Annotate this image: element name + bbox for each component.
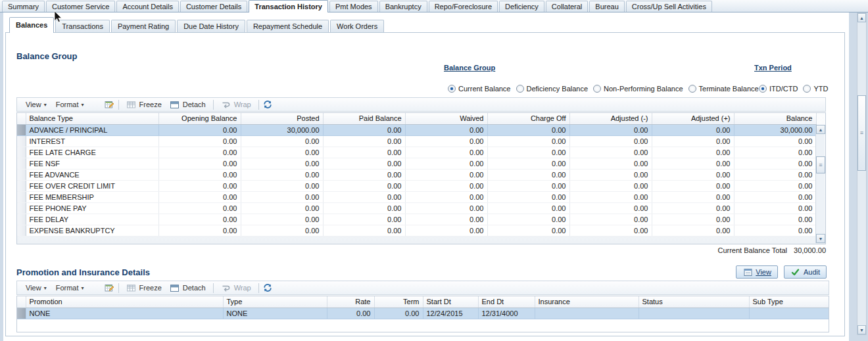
column-header-balance[interactable]: Balance [734, 113, 816, 124]
view-icon [742, 267, 753, 277]
balances-table-region: Balance TypeOpening BalancePostedPaid Ba… [16, 112, 826, 244]
view-button[interactable]: View [736, 265, 778, 279]
balance-group-radio-current-balance[interactable]: Current Balance [448, 85, 511, 93]
balance-group-radio-terminate-balance[interactable]: Terminate Balance [688, 85, 759, 93]
column-header-balance-type[interactable]: Balance Type [26, 113, 158, 124]
column-header-opening-balance[interactable]: Opening Balance [158, 113, 241, 124]
tab-summary[interactable]: Summary [2, 1, 45, 12]
row-selector[interactable] [17, 214, 26, 225]
subtab-work-orders[interactable]: Work Orders [330, 20, 384, 32]
tab-pmt-modes[interactable]: Pmt Modes [329, 1, 378, 12]
detach-button[interactable]: Detach [166, 281, 210, 294]
cell-opening-balance: 0.00 [158, 147, 241, 158]
row-selector[interactable] [17, 225, 26, 236]
scroll-down-icon[interactable]: ▼ [816, 234, 825, 243]
freeze-label: Freeze [139, 284, 162, 292]
subtab-payment-rating[interactable]: Payment Rating [111, 20, 176, 32]
tab-bankruptcy[interactable]: Bankruptcy [379, 1, 427, 12]
table-row[interactable]: FEE DELAY0.000.000.000.000.000.000.000.0… [17, 214, 816, 225]
subtab-balances[interactable]: Balances [9, 17, 54, 33]
table-row[interactable]: FEE LATE CHARGE0.000.000.000.000.000.000… [17, 147, 816, 158]
detach-button[interactable]: Detach [166, 98, 210, 111]
tab-transaction-history[interactable]: Transaction History [249, 0, 328, 12]
row-selector[interactable] [17, 147, 26, 158]
row-selector[interactable] [17, 202, 26, 214]
cell-posted: 0.00 [241, 180, 323, 191]
cell-waived: 0.00 [405, 169, 487, 180]
table-row[interactable]: FEE PHONE PAY0.000.000.000.000.000.000.0… [17, 202, 816, 214]
promotion-table: PromotionTypeRateTermStart DtEnd DtInsur… [17, 296, 829, 319]
cell-paid-balance: 0.00 [323, 202, 405, 214]
table-row[interactable]: FEE OVER CREDIT LIMIT0.000.000.000.000.0… [17, 180, 816, 191]
table-row[interactable]: NONENONE0.000.0012/24/201512/31/4000 [17, 307, 829, 319]
subtab-repayment-schedule[interactable]: Repayment Schedule [247, 20, 329, 32]
tab-deficiency[interactable]: Deficiency [499, 1, 544, 12]
detach-icon [170, 99, 180, 110]
table-row[interactable]: FEE ADVANCE0.000.000.000.000.000.000.000… [17, 169, 816, 180]
subtab-due-date-history[interactable]: Due Date History [177, 20, 245, 32]
tab-collateral[interactable]: Collateral [546, 1, 588, 12]
column-header-waived[interactable]: Waived [405, 113, 487, 124]
tab-repo-foreclosure[interactable]: Repo/Foreclosure [429, 1, 498, 12]
row-selector[interactable] [17, 169, 26, 180]
format-menu[interactable]: Format▾ [51, 99, 89, 110]
page-scrollbar[interactable]: ▲ ≡ ▼ [857, 12, 867, 335]
column-header-promotion[interactable]: Promotion [26, 296, 223, 307]
tab-cross-up-sell-activities[interactable]: Cross/Up Sell Activities [626, 1, 712, 12]
column-header-status[interactable]: Status [639, 296, 749, 307]
subtab-transactions[interactable]: Transactions [55, 20, 110, 32]
column-header-sub-type[interactable]: Sub Type [749, 296, 829, 307]
export-icon[interactable] [105, 99, 115, 110]
refresh-icon[interactable] [262, 283, 273, 293]
row-selector[interactable] [17, 191, 26, 202]
column-header-paid-balance[interactable]: Paid Balance [323, 113, 405, 124]
column-header-rate[interactable]: Rate [327, 296, 374, 307]
txn-period-radio-ytd[interactable]: YTD [803, 85, 828, 93]
column-header-end-dt[interactable]: End Dt [478, 296, 535, 307]
scrollbar-thumb[interactable]: ≡ [857, 95, 866, 171]
row-selector[interactable] [17, 307, 26, 319]
scroll-up-icon[interactable]: ▲ [816, 125, 825, 134]
balances-panel: Balance Group Balance Group Txn Period C… [5, 32, 845, 336]
scroll-down-icon[interactable]: ▼ [857, 325, 866, 334]
column-header-charge-off[interactable]: Charge Off [487, 113, 569, 124]
export-icon[interactable] [105, 283, 115, 293]
row-selector[interactable] [17, 124, 26, 135]
chevron-down-icon: ▾ [44, 102, 47, 108]
column-header-insurance[interactable]: Insurance [535, 296, 639, 307]
tab-bureau[interactable]: Bureau [589, 1, 624, 12]
column-header-adjusted[interactable]: Adjusted (+) [652, 113, 734, 124]
column-header-adjusted[interactable]: Adjusted (-) [569, 113, 652, 124]
table-row[interactable]: FEE MEMBERSHIP0.000.000.000.000.000.000.… [17, 191, 816, 202]
freeze-button[interactable]: Freeze [122, 98, 166, 111]
row-selector-header [17, 113, 26, 124]
column-header-term[interactable]: Term [374, 296, 423, 307]
column-header-posted[interactable]: Posted [241, 113, 323, 124]
freeze-button[interactable]: Freeze [122, 281, 166, 294]
scrollbar-thumb[interactable]: ≡ [816, 156, 825, 173]
row-selector[interactable] [17, 135, 26, 147]
column-header-start-dt[interactable]: Start Dt [423, 296, 478, 307]
tab-account-details[interactable]: Account Details [116, 1, 178, 12]
balance-group-radio-deficiency-balance[interactable]: Deficiency Balance [516, 85, 589, 93]
balance-group-radio-non-performing-balance[interactable]: Non-Performing Balance [593, 85, 683, 93]
cell-balance-type: FEE DELAY [26, 214, 158, 225]
row-selector[interactable] [17, 158, 26, 169]
row-selector[interactable] [17, 180, 26, 191]
table-row[interactable]: FEE NSF0.000.000.000.000.000.000.000.00 [17, 158, 816, 169]
column-header-type[interactable]: Type [223, 296, 327, 307]
format-menu[interactable]: Format▾ [51, 283, 89, 293]
table-row[interactable]: ADVANCE / PRINCIPAL0.0030,000.000.000.00… [17, 124, 816, 135]
cell-sub-type [749, 307, 829, 319]
scroll-up-icon[interactable]: ▲ [857, 13, 866, 22]
table-row[interactable]: EXPENSE BANKRUPTCY0.000.000.000.000.000.… [17, 225, 816, 236]
toolbar-separator [118, 100, 119, 110]
table-row[interactable]: INTEREST0.000.000.000.000.000.000.000.00 [17, 135, 816, 147]
view-menu[interactable]: View▾ [21, 99, 51, 110]
refresh-icon[interactable] [262, 99, 273, 110]
txn-period-radio-itd-ctd[interactable]: ITD/CTD [759, 85, 798, 93]
audit-button[interactable]: Audit [784, 265, 827, 279]
view-menu[interactable]: View▾ [21, 283, 51, 293]
balances-table-scrollbar[interactable]: ▲ ≡ ▼ [815, 125, 825, 243]
tab-customer-details[interactable]: Customer Details [180, 1, 247, 12]
